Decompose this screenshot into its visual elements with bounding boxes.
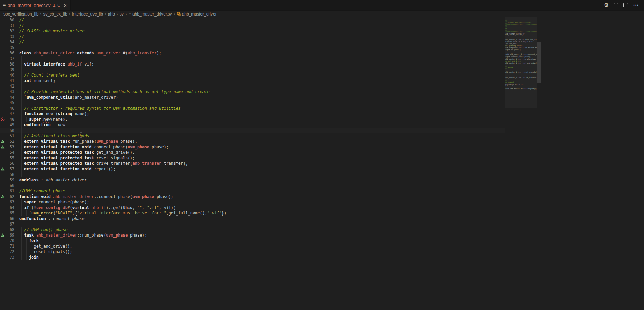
tab-ahb-master-driver[interactable]: ≡ ahb_master_driver.sv 1, C ×: [0, 0, 71, 10]
breadcrumb-label: ahb: [108, 12, 115, 17]
vertical-scrollbar[interactable]: [537, 17, 541, 310]
split-editor-icon[interactable]: [623, 2, 628, 9]
code-line: 37: [0, 56, 505, 61]
code-line: 57 extern virtual function void report()…: [0, 166, 505, 172]
code-line: 38 virtual interface ahb_if vif;: [0, 61, 505, 67]
breadcrumb-item[interactable]: ahb_master_driver: [177, 12, 217, 17]
code-line: 53 extern virtual function void connect_…: [0, 144, 505, 150]
line-number: 72: [0, 249, 14, 254]
line-number: 49: [0, 122, 14, 128]
minimap-row: // reset: [505, 67, 537, 69]
breadcrumb-item[interactable]: sv_cb_ex_lib: [43, 12, 67, 17]
indent-guide: [21, 83, 22, 89]
tab-bar: ≡ ahb_master_driver.sv 1, C × ⚙ ···: [0, 0, 644, 11]
breadcrumb-item[interactable]: ≡ahb_master_driver.sv: [129, 12, 172, 17]
scrollbar-thumb[interactable]: [537, 42, 541, 83]
code-line: 64 if (!uvm_config_db#(virtual ahb_if)::…: [0, 205, 505, 210]
code-line: 52 extern virtual task run_phase(uvm_pha…: [0, 139, 505, 144]
code-text: //--------------------------------------…: [19, 17, 209, 23]
line-number: 32: [0, 28, 14, 34]
line-number: 57: [0, 166, 14, 172]
line-number: 43: [0, 89, 14, 94]
line-number: 38: [0, 61, 14, 67]
line-number: 69: [0, 232, 14, 238]
breadcrumb-separator: ›: [69, 12, 70, 17]
code-text: if (!uvm_config_db#(virtual ahb_if)::get…: [19, 205, 176, 210]
breadcrumb-separator: ›: [174, 12, 175, 17]
tab-problems-badge: 1, C: [53, 3, 60, 7]
line-number: 46: [0, 106, 14, 111]
breadcrumb-item[interactable]: sv: [120, 12, 124, 17]
line-number: 48: [0, 117, 14, 122]
line-number: 37: [0, 56, 14, 61]
code-line: 61//UVM connect_phase: [0, 188, 505, 194]
line-number: 50: [0, 128, 14, 133]
minimap-row: super.connect_phase(phase);: [505, 56, 537, 58]
breadcrumb-item[interactable]: interface_uvc_lib: [72, 12, 103, 17]
current-line-highlight: 50: [0, 128, 505, 133]
code-text: extern virtual function void report();: [19, 166, 116, 172]
code-line: 62function void ahb_master_driver::conne…: [0, 194, 505, 199]
breadcrumb-separator: ›: [117, 12, 118, 17]
code-line: 49 endfunction : new: [0, 122, 505, 128]
minimap[interactable]: //--------------------------------------…: [505, 17, 537, 310]
code-text: // Additional class methods: [19, 133, 89, 139]
code-text: virtual interface ahb_if vif;: [19, 61, 94, 67]
line-number: 35: [0, 45, 14, 50]
code-text: class ahb_master_driver extends uvm_driv…: [19, 50, 161, 56]
file-list-icon: ≡: [129, 12, 131, 16]
breadcrumb-label: ahb_master_driver: [182, 12, 217, 17]
close-icon[interactable]: ×: [62, 2, 68, 8]
class-symbol-icon: [177, 12, 181, 16]
line-number: 40: [0, 72, 14, 78]
code-text: //: [19, 34, 24, 39]
breadcrumb-separator: ›: [126, 12, 127, 17]
code-text: extern virtual task run_phase(uvm_phase …: [19, 139, 137, 144]
more-actions-icon[interactable]: ···: [633, 2, 639, 9]
line-number: 39: [0, 67, 14, 72]
layout-square-glyph: [614, 3, 618, 7]
indent-guide: [21, 172, 22, 177]
code-line: 56 extern virtual protected task drive_t…: [0, 161, 505, 166]
code-line: 55 extern virtual protected task reset_s…: [0, 155, 505, 161]
code-text: endfunction : connect_phase: [19, 216, 84, 221]
code-line: 44 `uvm_component_utils(ahb_master_drive…: [0, 94, 505, 100]
line-number: 65: [0, 210, 14, 216]
indent-guide: [21, 56, 22, 61]
code-line: 69 task ahb_master_driver::run_phase(uvm…: [0, 232, 505, 238]
line-number: 60: [0, 183, 14, 188]
code-line: 48 super.new(name);: [0, 117, 505, 122]
code-text: // Provide implmentations of virtual met…: [19, 89, 209, 94]
code-line: 43 // Provide implmentations of virtual …: [0, 89, 505, 94]
line-number: 45: [0, 100, 14, 106]
breadcrumb-item[interactable]: soc_verification_lib: [3, 12, 38, 17]
line-number: 33: [0, 34, 14, 39]
code-text: extern virtual protected task drive_tran…: [19, 161, 188, 166]
line-number: 51: [0, 133, 14, 139]
line-number: 44: [0, 94, 14, 100]
code-text: function void ahb_master_driver::connect…: [19, 194, 174, 199]
layout-icon[interactable]: [614, 2, 618, 9]
settings-gear-icon[interactable]: ⚙: [604, 2, 609, 9]
code-text: extern virtual protected task reset_sign…: [19, 155, 135, 161]
code-line: 33//: [0, 34, 505, 39]
minimap-row: // report: [505, 81, 537, 83]
minimap-row: ahb_master_driver::get_and_drive();: [505, 62, 537, 64]
code-line: 65 `uvm_error("NOVIF",{"virtual interfac…: [0, 210, 505, 216]
line-number: 52: [0, 139, 14, 144]
minimap-row: super.new(name);: [505, 49, 537, 51]
minimap-row: //--------------------------------------…: [505, 31, 537, 32]
code-text: task ahb_master_driver::run_phase(uvm_ph…: [19, 232, 147, 238]
line-number: 64: [0, 205, 14, 210]
code-text: super.connect_phase(phase);: [19, 199, 89, 205]
code-text: // Constructor - required syntax for UVM…: [19, 106, 181, 111]
editor-code-area[interactable]: 73 join72 reset_signals();71 get_and_dri…: [0, 17, 644, 310]
line-number: 41: [0, 78, 14, 83]
breadcrumb-label: interface_uvc_lib: [72, 12, 103, 17]
code-text: //: [19, 23, 24, 28]
code-line: 63 super.connect_phase(phase);: [0, 199, 505, 205]
breadcrumb-separator: ›: [105, 12, 106, 17]
breadcrumb-item[interactable]: ahb: [108, 12, 115, 17]
minimap-row: void ahb_master_driver::report();: [505, 88, 537, 90]
code-text: endclass : ahb_master_driver: [19, 177, 87, 183]
